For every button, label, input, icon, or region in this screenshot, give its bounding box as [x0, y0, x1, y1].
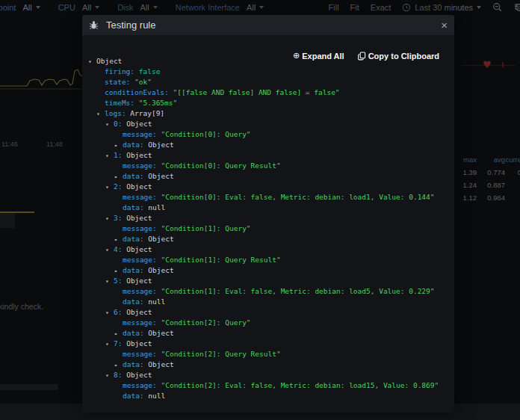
collapse-toggle-icon[interactable]: ▾: [105, 182, 114, 193]
json-key: message:: [123, 287, 161, 295]
json-tree-row: ▾1: Object: [82, 150, 454, 161]
json-value: "ok": [134, 78, 152, 86]
json-key: state:: [105, 78, 134, 86]
json-value: "Condition[2]: Query Result": [161, 350, 280, 358]
json-tree-row: message: "Condition[1]: Eval: false, Met…: [82, 286, 454, 297]
expand-toggle-icon[interactable]: ▸: [114, 140, 123, 151]
json-key: 7:: [114, 339, 126, 348]
json-tree-row: ▾Object: [82, 56, 454, 67]
json-key: data:: [123, 329, 148, 337]
json-key: 4:: [114, 245, 126, 253]
json-tree-row: ▾5: Object: [82, 276, 454, 286]
expand-toggle-icon[interactable]: ▸: [114, 329, 123, 339]
json-tree-row: ▸data: Object: [82, 234, 454, 244]
json-tree-row: ▾7: Object: [82, 339, 454, 349]
json-tree-row: ▸data: Object: [82, 171, 454, 182]
json-key: data:: [123, 266, 148, 274]
json-value: Object: [148, 329, 173, 337]
json-key: message:: [123, 256, 161, 264]
json-tree-row: ▾6: Object: [82, 307, 454, 318]
json-tree-row: message: "Condition[1]: Query Result": [82, 255, 454, 265]
json-value: Object: [148, 266, 173, 274]
json-key: 0:: [114, 120, 126, 128]
json-tree-row: ▸data: Object: [82, 328, 454, 339]
json-key: message:: [123, 350, 161, 358]
json-tree-row: ▸data: Object: [82, 140, 454, 150]
json-key: timeMs:: [105, 99, 139, 107]
json-key: data:: [123, 172, 148, 180]
collapse-toggle-icon[interactable]: ▾: [105, 151, 114, 161]
json-tree-row: ▾2: Object: [82, 182, 454, 192]
json-value: "Condition[2]: Eval: false, Metric: debi…: [161, 381, 439, 389]
json-value: Object: [126, 308, 152, 316]
collapse-toggle-icon[interactable]: ▾: [105, 245, 114, 256]
json-tree-row: firing: false: [82, 67, 454, 77]
json-key: data:: [123, 235, 148, 243]
json-value: "5.365ms": [139, 99, 177, 107]
json-key: 8:: [114, 371, 126, 379]
json-tree-row: message: "Condition[2]: Query": [82, 318, 454, 328]
json-value: Object: [148, 172, 173, 180]
json-value: Object: [126, 120, 152, 128]
collapse-toggle-icon[interactable]: ▾: [96, 109, 105, 120]
json-value: Object: [126, 214, 152, 222]
close-icon[interactable]: ×: [441, 19, 448, 31]
json-value: "Condition[1]: Query": [161, 224, 250, 232]
json-value: Object: [126, 371, 152, 379]
json-value: Array[9]: [130, 109, 164, 117]
json-tree-row: data: null: [82, 297, 454, 307]
json-key: 2:: [114, 182, 126, 191]
json-tree-row: timeMs: "5.365ms": [82, 98, 454, 108]
collapse-toggle-icon[interactable]: ▾: [105, 214, 114, 224]
json-key: 3:: [114, 214, 126, 222]
json-key: firing:: [105, 67, 139, 75]
json-tree-row: ▸data: Object: [82, 265, 454, 276]
expand-toggle-icon[interactable]: ▸: [114, 360, 123, 371]
json-tree-row: ▸data: Object: [82, 359, 454, 370]
json-tree-row: state: "ok": [82, 77, 454, 87]
json-value: "Condition[0]: Query": [161, 130, 250, 138]
collapse-toggle-icon[interactable]: ▾: [105, 120, 114, 130]
collapse-toggle-icon[interactable]: ▾: [105, 308, 114, 318]
json-value: null: [148, 203, 165, 211]
json-value: Object: [148, 140, 173, 149]
modal-header: Testing rule ×: [82, 15, 454, 35]
json-value: "Condition[1]: Eval: false, Metric: debi…: [161, 287, 434, 295]
collapse-toggle-icon[interactable]: ▾: [88, 57, 96, 67]
json-value: Object: [96, 57, 122, 65]
json-value: Object: [126, 245, 152, 253]
json-key: data:: [123, 360, 148, 368]
json-tree-row: ▾4: Object: [82, 244, 454, 255]
collapse-toggle-icon[interactable]: ▾: [105, 339, 114, 350]
json-tree-row: data: null: [82, 391, 454, 401]
json-key: 5:: [114, 277, 126, 285]
json-tree-row: data: null: [82, 203, 454, 213]
json-value: Object: [126, 151, 152, 159]
json-tree-row: ▾3: Object: [82, 213, 454, 223]
json-value: Object: [148, 360, 173, 368]
json-tree-row: ▾logs: Array[9]: [82, 108, 454, 119]
json-key: data:: [123, 203, 148, 211]
collapse-toggle-icon[interactable]: ▾: [105, 371, 114, 381]
expand-toggle-icon[interactable]: ▸: [114, 266, 123, 277]
json-value: Object: [126, 339, 152, 348]
json-value: false: [139, 67, 161, 75]
json-value: null: [148, 297, 165, 306]
json-value: Object: [126, 277, 152, 285]
json-key: logs:: [105, 109, 130, 117]
json-tree-row: conditionEvals: "[[false AND false] AND …: [82, 87, 454, 98]
json-tree-row: message: "Condition[1]: Query": [82, 223, 454, 234]
json-value: "Condition[0]: Eval: false, Metric: debi…: [161, 193, 434, 201]
expand-toggle-icon[interactable]: ▸: [114, 172, 123, 182]
json-key: data:: [123, 140, 148, 149]
json-value: null: [148, 392, 165, 400]
json-key: data:: [123, 392, 148, 400]
testing-rule-modal: Testing rule × ⊕ Expand All Copy to Clip…: [82, 15, 454, 413]
expand-toggle-icon[interactable]: ▸: [114, 235, 123, 245]
json-value: Object: [148, 235, 173, 243]
collapse-toggle-icon[interactable]: ▾: [105, 277, 114, 287]
json-key: conditionEvals:: [105, 88, 173, 96]
json-key: message:: [123, 224, 161, 232]
json-tree-row: ▾8: Object: [82, 370, 454, 380]
json-value: Object: [126, 182, 152, 191]
